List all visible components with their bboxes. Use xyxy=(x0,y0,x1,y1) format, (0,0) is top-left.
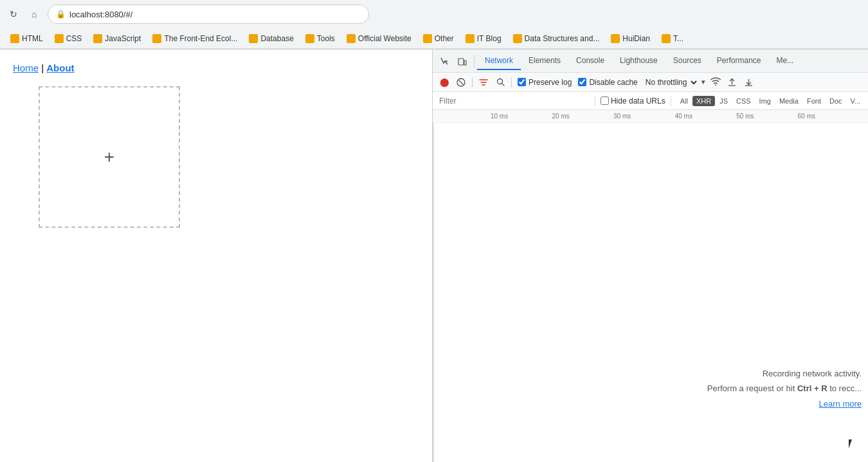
filter-font[interactable]: Font xyxy=(803,96,825,106)
filter-type-buttons: All XHR JS CSS Img Media Font Doc V... xyxy=(676,96,864,106)
home-link[interactable]: Home xyxy=(13,62,39,73)
download-icon[interactable] xyxy=(741,75,757,90)
filter-button[interactable] xyxy=(476,75,491,90)
timeline-header: 10 ms 20 ms 30 ms 40 ms 50 ms 60 ms xyxy=(433,110,868,123)
home-button[interactable]: ⌂ xyxy=(27,7,41,21)
bookmark-frontend[interactable]: The Front-End Ecol... xyxy=(147,32,242,45)
lock-icon: 🔒 xyxy=(56,10,66,19)
bookmark-folder-icon xyxy=(10,34,19,43)
filter-separator xyxy=(595,96,595,106)
tick-30ms: 30 ms xyxy=(613,113,631,120)
svg-point-6 xyxy=(715,84,716,86)
throttle-dropdown-icon: ▼ xyxy=(700,79,707,86)
bookmark-folder-icon xyxy=(423,34,432,43)
svg-rect-1 xyxy=(464,60,466,65)
clear-button[interactable] xyxy=(453,75,469,90)
recording-text: Recording network activity. xyxy=(707,366,862,381)
tab-more[interactable]: Me... xyxy=(769,52,802,70)
bookmark-css[interactable]: CSS xyxy=(50,32,87,45)
dashed-box: + xyxy=(39,86,180,228)
tab-elements[interactable]: Elements xyxy=(521,52,568,70)
throttle-select[interactable]: No throttling xyxy=(642,77,699,88)
bookmark-data-structures[interactable]: Data Structures and... xyxy=(508,32,605,45)
tick-10ms: 10 ms xyxy=(491,113,508,120)
learn-more-container: Learn more xyxy=(707,396,862,411)
filter-xhr[interactable]: XHR xyxy=(692,96,715,106)
bookmark-folder-icon xyxy=(347,34,356,43)
url-bar[interactable]: 🔒 localhost:8080/#/ xyxy=(48,5,369,24)
device-toolbar-button[interactable] xyxy=(453,52,471,70)
timeline-ticks: 10 ms 20 ms 30 ms 40 ms 50 ms 60 ms xyxy=(438,110,868,123)
filter-input[interactable] xyxy=(437,97,590,106)
hide-data-urls-label: Hide data URLs xyxy=(611,97,665,106)
bookmark-other[interactable]: Other xyxy=(418,32,459,45)
hide-data-urls-checkbox[interactable]: Hide data URLs xyxy=(601,97,665,106)
svg-line-5 xyxy=(502,84,504,86)
refresh-button[interactable]: ↻ xyxy=(6,7,21,21)
bookmark-folder-icon xyxy=(305,34,314,43)
tab-console[interactable]: Console xyxy=(568,52,612,70)
bookmark-folder-icon xyxy=(611,34,620,43)
bookmark-label: Data Structures and... xyxy=(525,34,600,43)
bookmark-tools[interactable]: Tools xyxy=(300,32,340,45)
bookmark-label: Database xyxy=(260,34,293,43)
bookmark-huidian[interactable]: HuiDian xyxy=(606,32,655,45)
filter-doc[interactable]: Doc xyxy=(826,96,846,106)
tab-network[interactable]: Network xyxy=(477,52,521,70)
filter-css[interactable]: CSS xyxy=(732,96,755,106)
about-link[interactable]: About xyxy=(46,62,74,73)
svg-rect-0 xyxy=(458,59,464,65)
bookmark-html[interactable]: HTML xyxy=(5,32,48,45)
bookmark-label: Tools xyxy=(317,34,335,43)
bookmarks-bar: HTML CSS JavaScript The Front-End Ecol..… xyxy=(0,28,868,49)
bookmark-label: IT Blog xyxy=(477,34,502,43)
tab-separator xyxy=(474,55,475,68)
tick-40ms: 40 ms xyxy=(675,113,692,120)
learn-more-link[interactable]: Learn more xyxy=(819,399,862,409)
filter-separator-2 xyxy=(671,96,671,106)
filter-all[interactable]: All xyxy=(676,96,692,106)
upload-icon[interactable] xyxy=(725,75,740,90)
bookmark-label: JavaScript xyxy=(105,34,141,43)
toolbar-separator xyxy=(472,77,473,88)
bookmark-folder-icon xyxy=(55,34,64,43)
bookmark-folder-icon xyxy=(662,34,671,43)
filter-img[interactable]: Img xyxy=(755,96,775,106)
bookmark-it-blog[interactable]: IT Blog xyxy=(460,32,507,45)
tab-sources[interactable]: Sources xyxy=(665,52,709,70)
page-nav: Home | About xyxy=(13,62,419,73)
filter-bar: Hide data URLs All XHR JS CSS Img Media … xyxy=(433,92,868,110)
tab-performance[interactable]: Performance xyxy=(709,52,769,70)
record-button[interactable]: ⬤ xyxy=(437,75,452,90)
svg-line-3 xyxy=(459,80,464,84)
tick-20ms: 20 ms xyxy=(552,113,570,120)
bookmark-t[interactable]: T... xyxy=(656,32,689,45)
filter-v[interactable]: V... xyxy=(847,96,865,106)
preserve-log-checkbox[interactable]: Preserve log xyxy=(518,78,572,87)
disable-cache-checkbox[interactable]: Disable cache xyxy=(578,78,637,87)
filter-js[interactable]: JS xyxy=(716,96,732,106)
bookmark-label: The Front-End Ecol... xyxy=(164,34,237,43)
bookmark-folder-icon xyxy=(152,34,161,43)
inspect-element-button[interactable] xyxy=(435,52,453,70)
plus-icon: + xyxy=(104,147,114,167)
bookmark-label: HTML xyxy=(22,34,43,43)
bookmark-official-website[interactable]: Official Website xyxy=(341,32,417,45)
preserve-log-label: Preserve log xyxy=(529,78,572,87)
tab-lighthouse[interactable]: Lighthouse xyxy=(612,52,665,70)
bookmark-label: Other xyxy=(435,34,454,43)
perform-request-prefix: Perform a request or hit xyxy=(707,383,797,393)
devtools-tab-bar: Network Elements Console Lighthouse Sour… xyxy=(433,50,868,73)
network-empty-state: Recording network activity. Perform a re… xyxy=(707,366,862,411)
perform-request-suffix: to recc... xyxy=(827,383,862,393)
bookmark-folder-icon xyxy=(513,34,522,43)
bookmark-database[interactable]: Database xyxy=(244,32,298,45)
search-button[interactable] xyxy=(493,75,508,90)
url-text: localhost:8080/#/ xyxy=(69,10,132,19)
filter-media[interactable]: Media xyxy=(775,96,802,106)
page-content: Home | About + xyxy=(0,50,432,462)
bookmark-javascript[interactable]: JavaScript xyxy=(88,32,146,45)
bookmark-label: HuiDian xyxy=(622,34,650,43)
tick-60ms: 60 ms xyxy=(798,113,815,120)
cursor xyxy=(849,439,855,450)
